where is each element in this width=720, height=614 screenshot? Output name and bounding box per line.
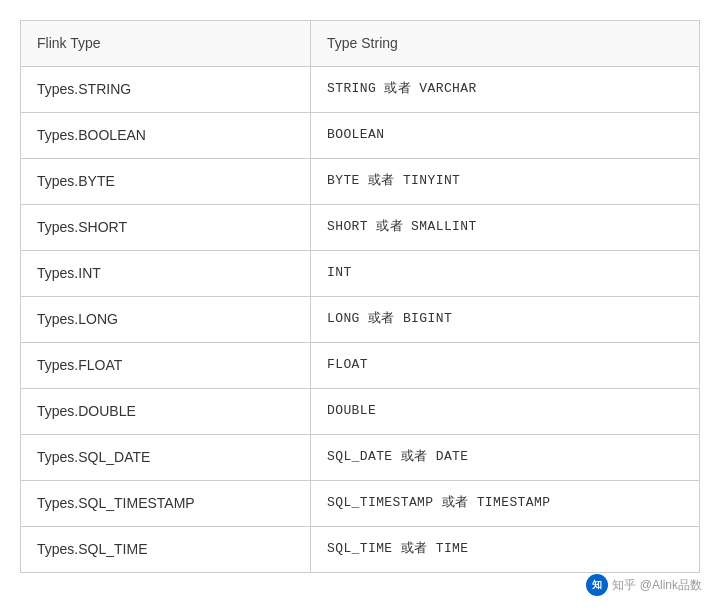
table-row: Types.INTINT [21,251,699,297]
flink-type-cell: Types.BYTE [21,159,311,204]
table-body: Types.STRINGSTRING 或者 VARCHARTypes.BOOLE… [20,67,700,573]
table-row: Types.STRINGSTRING 或者 VARCHAR [21,67,699,113]
header-flink-type: Flink Type [21,21,311,66]
type-string-cell: SQL_TIMESTAMP 或者 TIMESTAMP [311,481,699,526]
flink-type-cell: Types.SQL_TIMESTAMP [21,481,311,526]
flink-type-cell: Types.LONG [21,297,311,342]
table-row: Types.BOOLEANBOOLEAN [21,113,699,159]
flink-type-cell: Types.SQL_DATE [21,435,311,480]
type-string-cell: SQL_TIME 或者 TIME [311,527,699,572]
type-string-cell: DOUBLE [311,389,699,434]
table-row: Types.SQL_TIMESTAMPSQL_TIMESTAMP 或者 TIME… [21,481,699,527]
table-row: Types.SQL_DATESQL_DATE 或者 DATE [21,435,699,481]
table-row: Types.DOUBLEDOUBLE [21,389,699,435]
flink-type-cell: Types.SHORT [21,205,311,250]
type-string-cell: SQL_DATE 或者 DATE [311,435,699,480]
table-row: Types.SQL_TIMESQL_TIME 或者 TIME [21,527,699,573]
flink-type-cell: Types.DOUBLE [21,389,311,434]
type-string-cell: BOOLEAN [311,113,699,158]
header-type-string: Type String [311,21,699,66]
table-row: Types.BYTEBYTE 或者 TINYINT [21,159,699,205]
table-row: Types.LONGLONG 或者 BIGINT [21,297,699,343]
flink-type-cell: Types.SQL_TIME [21,527,311,572]
table-row: Types.SHORTSHORT 或者 SMALLINT [21,205,699,251]
type-string-cell: FLOAT [311,343,699,388]
watermark-logo: 知 [586,574,608,596]
flink-type-cell: Types.FLOAT [21,343,311,388]
watermark-text: 知乎 @Alink品数 [612,577,702,594]
watermark: 知 知乎 @Alink品数 [586,574,702,596]
flink-type-cell: Types.INT [21,251,311,296]
flink-type-table: Flink Type Type String [20,20,700,67]
type-string-cell: STRING 或者 VARCHAR [311,67,699,112]
flink-type-cell: Types.STRING [21,67,311,112]
table-row: Types.FLOATFLOAT [21,343,699,389]
type-string-cell: SHORT 或者 SMALLINT [311,205,699,250]
type-string-cell: BYTE 或者 TINYINT [311,159,699,204]
type-string-cell: LONG 或者 BIGINT [311,297,699,342]
table-header-row: Flink Type Type String [21,21,699,67]
type-string-cell: INT [311,251,699,296]
flink-type-cell: Types.BOOLEAN [21,113,311,158]
